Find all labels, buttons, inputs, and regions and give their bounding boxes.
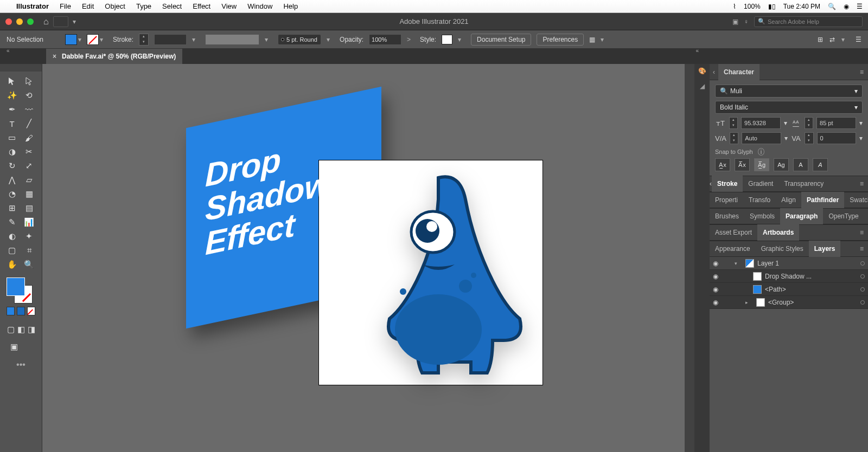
learn-icon[interactable]: ♀ [744,18,749,25]
collapse-toolbar-icon[interactable]: « [7,48,10,54]
fill-color-box[interactable] [7,277,25,296]
layer-name[interactable]: Layer 1 [757,260,779,267]
visibility-toggle[interactable]: ◉ [713,299,720,306]
visibility-toggle[interactable]: ◉ [713,260,720,267]
tab-symbols[interactable]: Symbols [744,208,780,224]
kerning-stepper[interactable]: ▴▾ [730,132,738,144]
preferences-button[interactable]: Preferences [537,34,584,46]
tab-opentype[interactable]: OpenType [823,208,864,224]
glyph-snap-xheight[interactable]: A̅x [735,158,750,171]
tab-align[interactable]: Align [776,192,801,208]
app-name[interactable]: Illustrator [16,2,49,10]
menu-type[interactable]: Type [136,2,151,10]
menu-effect[interactable]: Effect [193,2,210,10]
font-size-stepper[interactable]: ▴▾ [729,117,738,129]
shape-builder-tool[interactable]: ◔ [4,188,20,201]
expand-toggle[interactable]: ▾ [735,261,742,266]
eraser-tool[interactable]: ✂ [22,145,37,158]
rotate-tool[interactable]: ↻ [4,159,20,172]
layer-row[interactable]: ◉ <Path> [710,283,868,296]
minimize-window-button[interactable] [16,18,23,25]
layer-name[interactable]: Drop Shadow ... [765,273,812,280]
visibility-toggle[interactable]: ◉ [713,273,720,280]
measure-tool[interactable]: 📊 [22,216,37,229]
direct-selection-tool[interactable] [22,75,37,88]
curvature-tool[interactable]: 〰 [22,103,37,116]
artboard-tool[interactable]: ▢ [4,244,20,257]
zoom-tool[interactable]: 🔍 [22,258,37,271]
menu-file[interactable]: File [60,2,71,10]
brush-dd[interactable]: ▾ [327,36,334,43]
tab-transparency[interactable]: Transparency [778,176,829,192]
magic-wand-tool[interactable]: ✨ [4,89,20,102]
leading-field[interactable]: 85 pt [816,117,856,129]
target-icon[interactable] [860,274,865,279]
align-icon[interactable]: ▦ [589,36,595,43]
layer-row[interactable]: ◉ ▸ <Group> [710,296,868,309]
visibility-toggle[interactable]: ◉ [713,286,720,293]
target-icon[interactable] [860,300,865,305]
type-tool[interactable]: T [4,117,20,130]
wifi-icon[interactable]: ⌇ [733,3,736,10]
pixel-snap-icon[interactable]: ⊞ [818,36,823,43]
tracking-stepper[interactable]: ▴▾ [805,132,813,144]
gradient-tool[interactable]: ▤ [22,202,37,215]
glyph-snap-baseline[interactable]: A̲x [715,158,730,171]
perspective-tool[interactable]: ▦ [22,188,37,201]
tab-swatches[interactable]: Swatch [844,192,868,208]
home-button[interactable]: ⌂ [43,17,49,27]
stroke-weight-stepper[interactable]: ▴▾ [139,34,149,46]
arrange-dropdown-icon[interactable]: ▾ [73,18,80,25]
edit-toolbar-button[interactable]: ••• [0,360,42,370]
selection-tool[interactable] [4,75,20,88]
gradient-mode-button[interactable] [17,307,25,315]
kerning-field[interactable]: Auto [742,132,781,144]
expand-toggle[interactable]: ▸ [745,300,753,305]
panel-menu-icon[interactable]: ≡ [856,68,868,76]
hand-tool[interactable]: ✋ [4,258,20,271]
brush-field[interactable]: 5 pt. Round [278,34,321,45]
glyph-snap-proximity[interactable]: Ag [774,158,789,171]
mesh-tool[interactable]: ⊞ [4,202,20,215]
free-transform-tool[interactable]: ▱ [22,173,37,186]
tab-artboards[interactable]: Artboards [757,224,799,241]
line-tool[interactable]: ╱ [22,117,37,130]
tab-character[interactable]: Character [718,64,760,80]
lasso-tool[interactable]: ⟲ [22,89,37,102]
arrange-documents-button[interactable] [53,16,68,27]
stroke-weight-dd[interactable]: ▾ [192,36,200,43]
symbol-sprayer-tool[interactable]: ✦ [22,230,37,243]
target-icon[interactable] [860,287,865,292]
siri-icon[interactable]: ◉ [844,3,849,10]
tab-asset-export[interactable]: Asset Export [710,224,757,241]
tab-transform[interactable]: Transfo [743,192,776,208]
control-center-icon[interactable]: ☰ [857,3,863,10]
tab-gradient[interactable]: Gradient [743,176,778,192]
tab-pathfinder[interactable]: Pathfinder [801,192,844,208]
leading-stepper[interactable]: ▴▾ [805,117,813,129]
tab-appearance[interactable]: Appearance [710,241,756,257]
chevron-left-icon[interactable]: ‹ [710,68,718,76]
fill-stroke-control[interactable] [7,277,33,304]
transform-icon[interactable]: ⇄ [829,36,835,43]
graphic-style-swatch[interactable] [442,35,452,44]
layer-row[interactable]: ◉ Drop Shadow ... [710,270,868,283]
draw-inside-button[interactable]: ◨ [27,323,35,336]
draw-behind-button[interactable]: ◧ [17,323,25,336]
draw-normal-button[interactable]: ▢ [7,323,15,336]
opacity-dd[interactable]: > [407,36,414,43]
eyedropper-tool[interactable]: ✎ [4,216,20,229]
menu-window[interactable]: Window [247,2,272,10]
font-size-field[interactable]: 95.9328 [741,117,781,129]
fill-swatch[interactable] [65,34,77,45]
pen-tool[interactable]: ✒ [4,103,20,116]
color-panel-icon[interactable]: 🎨 [698,67,706,75]
stroke-dropdown-icon[interactable]: ▾ [100,36,107,43]
document-tab[interactable]: × Dabble Fav.ai* @ 50% (RGB/Preview) [46,49,182,64]
info-icon[interactable]: i [758,148,764,156]
menu-edit[interactable]: Edit [82,2,94,10]
color-guide-icon[interactable]: ◢ [700,82,705,90]
search-input[interactable]: 🔍 Search Adobe Help [754,16,863,27]
slice-tool[interactable]: ⌗ [22,244,37,257]
tab-graphic-styles[interactable]: Graphic Styles [756,241,809,257]
